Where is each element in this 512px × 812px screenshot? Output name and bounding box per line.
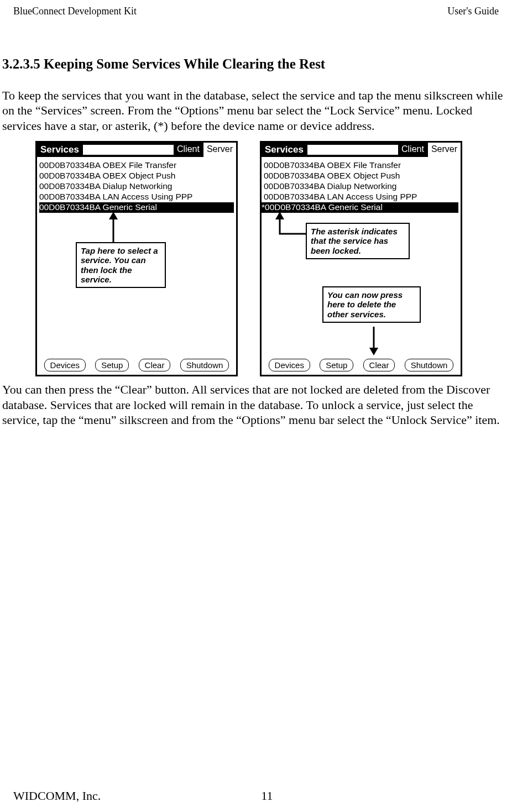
section-number: 3.2.3.5 xyxy=(2,56,40,71)
list-item[interactable]: 00D0B70334BA Dialup Networking xyxy=(39,181,234,192)
arrow-up-icon xyxy=(103,212,123,242)
devices-button[interactable]: Devices xyxy=(44,359,86,371)
list-item[interactable]: 00D0B70334BA LAN Access Using PPP xyxy=(264,192,458,202)
devices-button[interactable]: Devices xyxy=(269,359,310,371)
palm-list-left: 00D0B70334BA OBEX File Transfer 00D0B703… xyxy=(37,157,236,213)
callout-right-top: The asterisk indicates that the service … xyxy=(306,223,410,259)
footer-page-number: 11 xyxy=(261,789,273,803)
paragraph-1: To keep the services that you want in th… xyxy=(2,88,510,134)
list-item[interactable]: 00D0B70334BA OBEX File Transfer xyxy=(39,160,234,171)
list-item-selected[interactable]: 00D0B70334BA Generic Serial xyxy=(39,202,234,213)
palm-titlebar-right: Services Client Server xyxy=(262,143,461,157)
palm-list-right: 00D0B70334BA OBEX File Transfer 00D0B703… xyxy=(262,157,461,213)
page-footer: WIDCOMM, Inc. 11 xyxy=(0,789,512,803)
shutdown-button[interactable]: Shutdown xyxy=(180,359,229,371)
clear-button[interactable]: Clear xyxy=(363,359,395,371)
palm-role-client-left[interactable]: Client xyxy=(174,143,203,157)
palm-titlebar-left: Services Client Server xyxy=(37,143,236,157)
screenshots-container: Services Client Server 00D0B70334BA OBEX… xyxy=(2,138,510,380)
palm-screen-right: Services Client Server 00D0B70334BA OBEX… xyxy=(260,141,462,376)
section-heading: 3.2.3.5 Keeping Some Services While Clea… xyxy=(2,29,510,76)
palm-dropdown-left[interactable] xyxy=(82,144,174,155)
header-right: User's Guide xyxy=(447,6,499,17)
paragraph-2: You can then press the “Clear” button. A… xyxy=(2,382,510,428)
palm-dropdown-right[interactable] xyxy=(307,144,398,155)
palm-role-client-right[interactable]: Client xyxy=(398,143,427,157)
list-item[interactable]: 00D0B70334BA Dialup Networking xyxy=(264,181,458,192)
palm-buttons-left: Devices Setup Clear Shutdown xyxy=(37,359,236,371)
palm-buttons-right: Devices Setup Clear Shutdown xyxy=(262,359,461,371)
svg-marker-2 xyxy=(275,212,284,219)
list-item[interactable]: 00D0B70334BA OBEX Object Push xyxy=(264,171,458,181)
section-title: Keeping Some Services While Clearing the… xyxy=(44,56,325,71)
page-header: BlueConnect Development Kit User's Guide xyxy=(0,0,512,17)
svg-marker-4 xyxy=(369,348,378,355)
palm-title-left: Services xyxy=(37,143,82,157)
callout-right-bottom: You can now press here to delete the oth… xyxy=(322,286,421,323)
setup-button[interactable]: Setup xyxy=(320,359,353,371)
shutdown-button[interactable]: Shutdown xyxy=(405,359,454,371)
palm-screen-left: Services Client Server 00D0B70334BA OBEX… xyxy=(35,141,238,376)
arrow-asterisk-icon xyxy=(270,212,309,239)
list-item[interactable]: 00D0B70334BA OBEX File Transfer xyxy=(264,160,458,171)
svg-marker-1 xyxy=(109,212,118,219)
palm-title-right: Services xyxy=(262,143,307,157)
list-item[interactable]: 00D0B70334BA OBEX Object Push xyxy=(39,171,234,181)
setup-button[interactable]: Setup xyxy=(95,359,129,371)
palm-role-server-right[interactable]: Server xyxy=(427,143,461,157)
footer-company: WIDCOMM, Inc. xyxy=(13,789,101,803)
list-item[interactable]: 00D0B70334BA LAN Access Using PPP xyxy=(39,192,234,202)
palm-role-server-left[interactable]: Server xyxy=(203,143,236,157)
callout-left: Tap here to select a service. You can th… xyxy=(76,242,166,288)
header-left: BlueConnect Development Kit xyxy=(13,6,137,17)
clear-button[interactable]: Clear xyxy=(139,359,171,371)
arrow-down-icon xyxy=(365,327,382,357)
list-item-selected-locked[interactable]: *00D0B70334BA Generic Serial xyxy=(262,202,458,213)
